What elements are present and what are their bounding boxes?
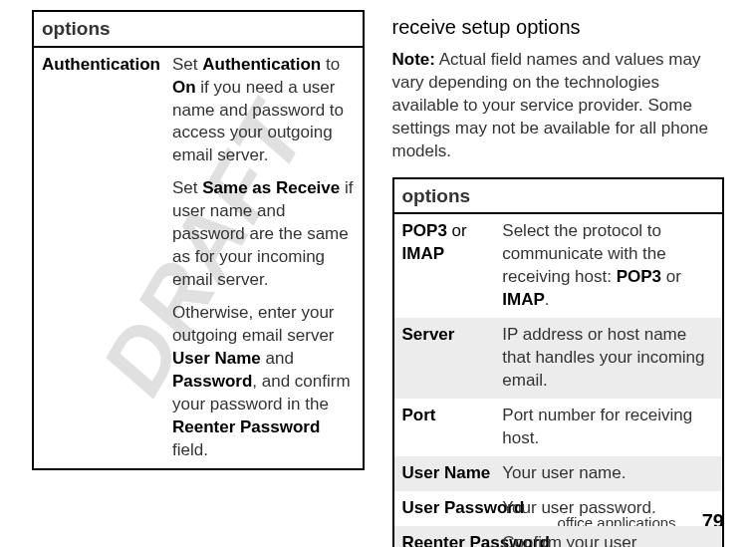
section-title: receive setup options xyxy=(392,16,725,39)
table-header-row: options xyxy=(393,178,724,214)
table-row: Port Port number for receiving host. xyxy=(393,399,724,456)
row-label: User Name xyxy=(393,456,495,491)
options-header: options xyxy=(393,178,724,214)
note-label: Note: xyxy=(392,50,435,69)
page-content: options Authentication Set Authenticatio… xyxy=(0,0,756,547)
table-row: User Password Your user password. xyxy=(393,491,724,526)
left-options-table: options Authentication Set Authenticatio… xyxy=(32,10,365,470)
row-label: User Password xyxy=(393,491,495,526)
options-header: options xyxy=(33,11,364,47)
row-label: Server xyxy=(393,318,495,399)
row-description: Your user password. xyxy=(494,491,723,526)
row-description: Set Authentication to On if you need a u… xyxy=(164,47,364,469)
table-row: Server IP address or host name that hand… xyxy=(393,318,724,399)
paragraph-3: Otherwise, enter your outgoing email ser… xyxy=(172,302,355,462)
row-label: POP3 or IMAP xyxy=(393,213,495,318)
paragraph-2: Set Same as Receive if user name and pas… xyxy=(172,177,355,292)
row-description: Confirm your user password. xyxy=(494,526,723,547)
paragraph-1: Set Authentication to On if you need a u… xyxy=(172,54,355,168)
note-text: Actual field names and values may vary d… xyxy=(392,50,709,160)
table-row: Reenter Password Confirm your user passw… xyxy=(393,526,724,547)
note-paragraph: Note: Actual field names and values may … xyxy=(392,49,725,163)
row-label: Authentication xyxy=(33,47,164,469)
right-options-table: options POP3 or IMAP Select the protocol… xyxy=(392,177,725,547)
row-description: Your user name. xyxy=(494,456,723,491)
left-column: options Authentication Set Authenticatio… xyxy=(18,0,378,529)
row-description: Port number for receiving host. xyxy=(494,399,723,456)
row-description: IP address or host name that handles you… xyxy=(494,318,723,399)
table-row: Authentication Set Authentication to On … xyxy=(33,47,364,469)
row-label: Reenter Password xyxy=(393,526,495,547)
table-row: User Name Your user name. xyxy=(393,456,724,491)
right-column: receive setup options Note: Actual field… xyxy=(378,0,739,529)
row-label: Port xyxy=(393,399,495,456)
table-row: POP3 or IMAP Select the protocol to comm… xyxy=(393,213,724,318)
row-description: Select the protocol to communicate with … xyxy=(494,213,723,318)
table-header-row: options xyxy=(33,11,364,47)
